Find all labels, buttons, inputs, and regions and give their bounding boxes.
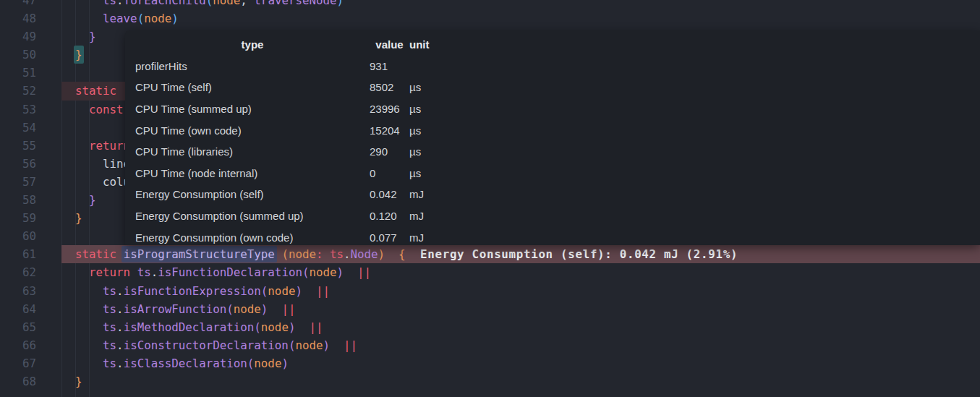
code-token: node: [295, 338, 323, 352]
code-token: }: [89, 30, 96, 43]
gutter-line-number[interactable]: 63: [0, 282, 36, 300]
code-token: ): [295, 284, 302, 298]
tooltip-cell-type: CPU Time (summed up): [135, 103, 370, 115]
tooltip-cell-value: 290: [370, 145, 409, 158]
code-token: [61, 0, 103, 7]
gutter-line-number[interactable]: 66: [0, 336, 36, 354]
highlighted-identifier: isProgramStructureType: [122, 246, 277, 262]
gutter-line-number[interactable]: 51: [0, 64, 36, 82]
code-token: [61, 175, 103, 189]
gutter-line-number[interactable]: 53: [0, 101, 36, 119]
tooltip-row: CPU Time (libraries)290µs: [135, 141, 980, 163]
gutter-line-number[interactable]: 49: [0, 27, 36, 46]
code-line-47[interactable]: ts.forEachChild(node, traverseNode): [61, 0, 980, 9]
code-token: Node: [351, 247, 378, 261]
tooltip-cell-value: 0: [370, 167, 409, 179]
code-token: isArrowFunction: [124, 302, 227, 316]
code-line-65[interactable]: ts.isMethodDeclaration(node) ||: [61, 318, 980, 336]
code-line-48[interactable]: leave(node): [61, 9, 980, 27]
tooltip-row: profilerHits931: [135, 56, 980, 77]
code-line-62[interactable]: return ts.isFunctionDeclaration(node) ||: [61, 263, 980, 281]
code-token: node: [234, 302, 261, 316]
code-token: }: [75, 211, 82, 225]
code-token: ): [337, 0, 344, 7]
tooltip-header-row: type value unit: [135, 34, 980, 56]
code-token: ||: [344, 338, 357, 352]
code-token: node: [213, 0, 240, 7]
code-line-64[interactable]: ts.isArrowFunction(node) ||: [61, 300, 980, 318]
tooltip-cell-unit: µs: [409, 124, 460, 137]
code-token: ts: [137, 265, 151, 279]
gutter-line-number[interactable]: 61: [0, 245, 36, 263]
code-token: [344, 265, 357, 279]
energy-annotation-label: Energy Consumption (self): 0.042 mJ (2.9…: [406, 247, 738, 261]
code-token: .: [116, 320, 124, 334]
matched-bracket: }: [74, 46, 84, 64]
tooltip-cell-value: 0.042: [370, 188, 409, 200]
gutter-line-number[interactable]: 52: [0, 82, 36, 100]
gutter-line-number[interactable]: 50: [0, 46, 36, 64]
code-token: ts: [330, 247, 344, 261]
tooltip-header-type: type: [135, 38, 370, 51]
gutter-line-number[interactable]: 47: [0, 0, 36, 9]
tooltip-cell-type: CPU Time (node internal): [135, 167, 370, 179]
code-line-63[interactable]: ts.isFunctionExpression(node) ||: [61, 282, 980, 300]
gutter-line-number[interactable]: 60: [0, 227, 36, 245]
code-token: isMethodDeclaration: [124, 320, 255, 334]
gutter-line-number[interactable]: 56: [0, 155, 36, 173]
code-token: [61, 247, 75, 261]
code-token: [61, 157, 103, 171]
code-token: node: [144, 12, 171, 25]
code-token: [61, 357, 103, 370]
code-token: isFunctionExpression: [124, 284, 261, 298]
gutter-line-number[interactable]: 68: [0, 372, 36, 390]
code-token: ): [171, 12, 179, 25]
gutter-line-number[interactable]: 59: [0, 209, 36, 227]
code-token: }: [75, 375, 82, 388]
code-token: [130, 265, 137, 279]
code-token: [61, 103, 89, 116]
code-line-67[interactable]: ts.isClassDeclaration(node): [61, 354, 980, 372]
tooltip-cell-unit: µs: [409, 81, 460, 93]
gutter-line-number[interactable]: 67: [0, 354, 36, 372]
tooltip-cell-unit: mJ: [409, 210, 460, 222]
code-token: node: [261, 320, 289, 334]
gutter-line-number[interactable]: 64: [0, 300, 36, 318]
code-token: (: [254, 320, 261, 334]
gutter-line-number[interactable]: 54: [0, 119, 36, 137]
tooltip-cell-value: 931: [370, 60, 409, 72]
code-token: node: [254, 357, 281, 370]
code-line-68[interactable]: }: [61, 372, 980, 390]
code-token: forEachChild: [124, 0, 206, 7]
code-token: ts: [103, 302, 116, 316]
gutter-line-number[interactable]: 62: [0, 263, 36, 281]
gutter-line-number[interactable]: 58: [0, 191, 36, 209]
code-token: (: [247, 357, 255, 370]
code-token: isClassDeclaration: [124, 357, 247, 370]
code-token: (: [137, 12, 145, 25]
tooltip-cell-unit: µs: [409, 167, 460, 179]
code-token: node: [309, 265, 336, 279]
gutter-line-number[interactable]: 65: [0, 318, 36, 336]
code-token: .: [116, 338, 124, 352]
code-token: ): [289, 320, 296, 334]
code-line-61[interactable]: static isProgramStructureType (node: ts.…: [61, 245, 980, 263]
gutter-line-number[interactable]: 55: [0, 137, 36, 155]
tooltip-row: CPU Time (node internal)0µs: [135, 163, 980, 184]
code-line-66[interactable]: ts.isConstructorDeclaration(node) ||: [61, 336, 980, 354]
code-token: traverseNode: [254, 0, 336, 7]
tooltip-cell-type: Energy Consumption (summed up): [135, 210, 370, 222]
line-number-gutter: 4748495051525354555657585960616263646566…: [0, 0, 36, 390]
tooltip-row: CPU Time (own code)15204µs: [135, 119, 980, 141]
code-token: static: [75, 84, 116, 98]
code-token: leave: [103, 12, 137, 25]
code-token: [61, 320, 103, 334]
code-token: [61, 375, 75, 388]
code-token: (: [206, 0, 213, 7]
code-token: [61, 30, 89, 43]
gutter-line-number[interactable]: 57: [0, 173, 36, 191]
gutter-line-number[interactable]: 48: [0, 9, 36, 27]
tooltip-cell-unit: mJ: [409, 231, 460, 244]
code-token: [295, 320, 309, 334]
code-token: [61, 12, 103, 25]
